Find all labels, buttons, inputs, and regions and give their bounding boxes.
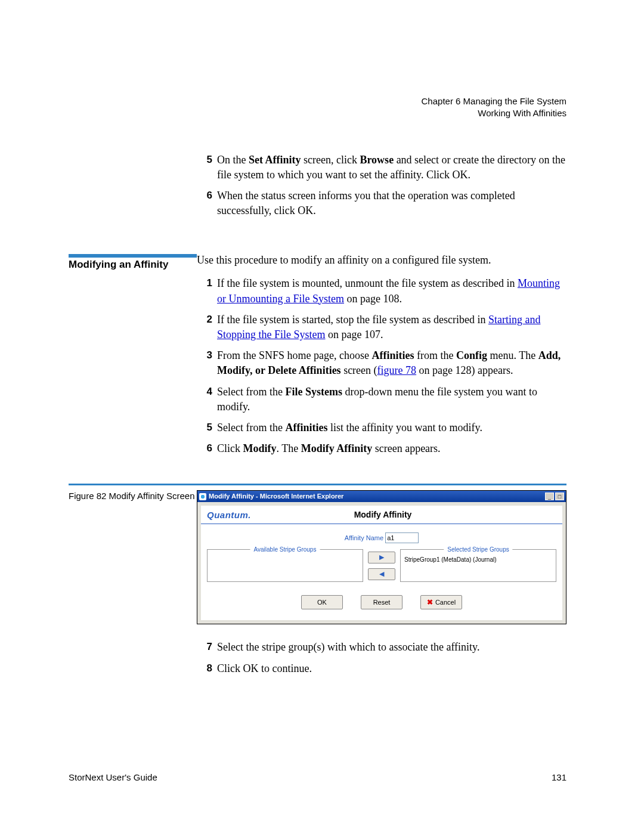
step-body: On the Set Affinity screen, click Browse… [217,153,566,182]
maximize-button[interactable]: □ [555,493,564,500]
panel-header: Quantum. Modify Affinity [201,506,562,524]
panel-title: Modify Affinity [251,509,515,521]
section-label: Working With Affinities [69,107,566,119]
selected-groups-list[interactable]: Selected Stripe Groups StripeGroup1 (Met… [400,549,556,582]
affinity-name-label: Affinity Name [345,534,383,541]
footer-title: StorNext User's Guide [69,772,157,782]
page-number: 131 [552,772,566,782]
available-groups-list[interactable]: Available Stripe Groups [207,549,363,582]
chapter-label: Chapter 6 Managing the File System [69,95,566,107]
affinity-name-row: Affinity Name [207,532,556,543]
x-icon: ✖ [427,597,433,608]
list-item: 4 Select from the File Systems drop-down… [197,385,566,414]
move-right-button[interactable]: ▶ [368,552,395,563]
list-item: 2 If the file system is started, stop th… [197,312,566,342]
ie-icon [199,493,206,500]
list-item: 6 When the status screen informs you tha… [197,188,566,218]
minimize-button[interactable]: _ [545,493,554,500]
figure-caption: Figure 82 Modify Affinity Screen [69,490,197,502]
brand-logo: Quantum. [207,509,251,521]
available-groups-legend: Available Stripe Groups [250,546,320,554]
cancel-button[interactable]: ✖Cancel [420,595,462,609]
list-item: 7 Select the stripe group(s) with which … [197,640,566,655]
page-header: Chapter 6 Managing the File System Worki… [69,95,566,120]
selected-groups-legend: Selected Stripe Groups [444,546,512,554]
document-page: Chapter 6 Managing the File System Worki… [0,0,644,833]
section-intro: Use this procedure to modify an affinity… [197,253,566,268]
cross-ref-link[interactable]: figure 78 [377,364,416,376]
reset-button[interactable]: Reset [361,595,402,609]
list-item: 1 If the file system is mounted, unmount… [197,276,566,306]
section-heading: Modifying an Affinity [69,254,197,271]
top-list-row: 5 On the Set Affinity screen, click Brow… [69,153,566,225]
list-item: 5 On the Set Affinity screen, click Brow… [197,153,566,182]
list-item: 8 Click OK to continue. [197,661,566,676]
list-item: 3 From the SNFS home page, choose Affini… [197,348,566,378]
list-item: 5 Select from the Affinities list the af… [197,420,566,435]
window-title: Modify Affinity - Microsoft Internet Exp… [209,492,343,501]
ok-button[interactable]: OK [301,595,343,609]
browser-window: Modify Affinity - Microsoft Internet Exp… [197,490,566,624]
affinity-name-input[interactable] [385,532,419,543]
window-titlebar: Modify Affinity - Microsoft Internet Exp… [197,491,566,502]
move-left-button[interactable]: ◀ [368,568,395,580]
modify-section: Modifying an Affinity Use this procedure… [69,253,566,462]
list-item[interactable]: StripeGroup1 (MetaData) (Journal) [404,556,552,564]
figure-row: Figure 82 Modify Affinity Screen Modify … [69,484,566,682]
list-item: 6 Click Modify. The Modify Affinity scre… [197,441,566,456]
page-footer: StorNext User's Guide 131 [69,772,566,782]
step-body: When the status screen informs you that … [217,188,566,218]
